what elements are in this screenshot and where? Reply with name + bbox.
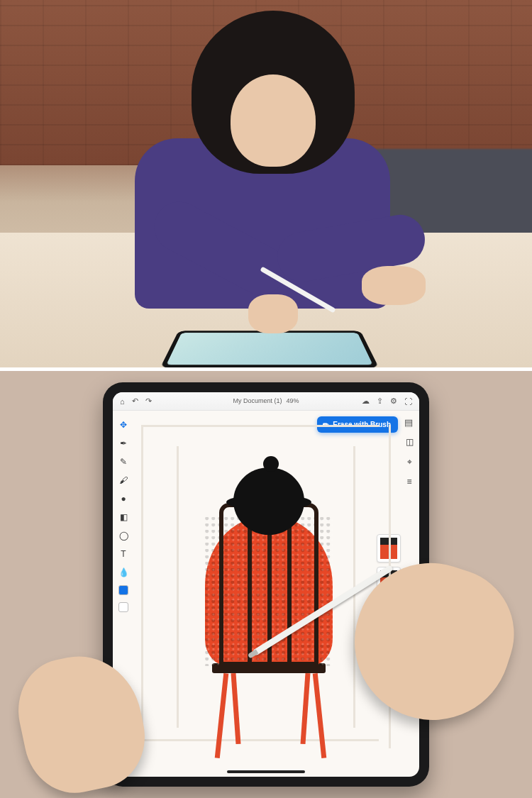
face	[231, 74, 316, 167]
home-indicator[interactable]	[227, 770, 305, 773]
figure-hat-pom	[263, 456, 279, 472]
app-screen: ⌂ ↶ ↷ My Document (1) 49% ☁ ⇪ ⚙ ⛶	[113, 392, 419, 777]
app-topbar: ⌂ ↶ ↷ My Document (1) 49% ☁ ⇪ ⚙ ⛶	[113, 392, 419, 411]
document-title: My Document (1)	[233, 397, 282, 404]
photo-artist-drawing	[0, 0, 532, 367]
undo-icon[interactable]: ↶	[132, 397, 138, 406]
photo-tablet-topdown: ⌂ ↶ ↷ My Document (1) 49% ☁ ⇪ ⚙ ⛶	[0, 371, 532, 798]
share-icon[interactable]: ⇪	[377, 397, 383, 406]
settings-icon[interactable]: ⚙	[390, 397, 397, 406]
hand-left	[248, 294, 298, 333]
figure-head	[233, 467, 304, 535]
tablet-angled	[160, 331, 379, 367]
home-icon[interactable]: ⌂	[120, 397, 125, 406]
redo-icon[interactable]: ↷	[145, 397, 152, 406]
fullscreen-icon[interactable]: ⛶	[404, 397, 412, 406]
hand-right	[362, 266, 426, 305]
zoom-level[interactable]: 49%	[287, 397, 299, 404]
person	[106, 11, 411, 316]
cloud-icon[interactable]: ☁	[362, 397, 370, 406]
